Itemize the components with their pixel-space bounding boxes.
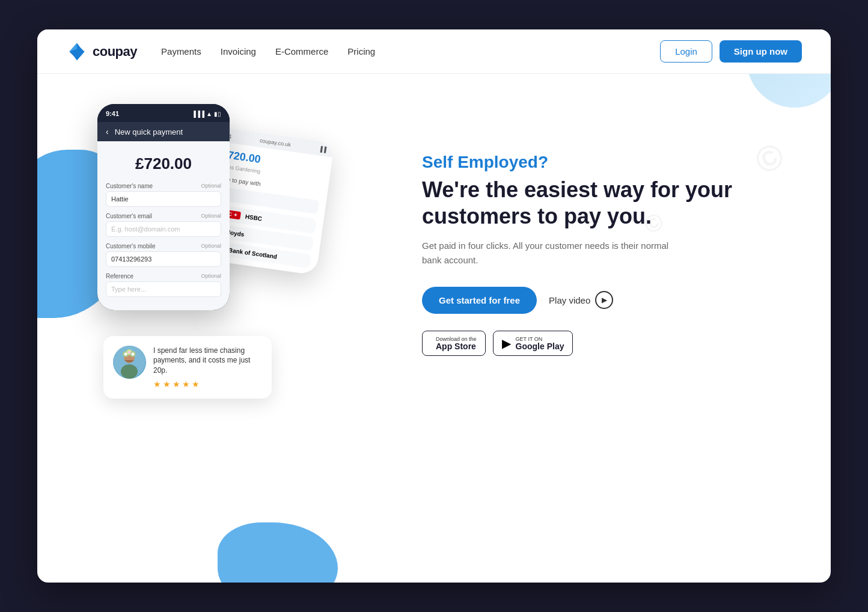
phone-dark-header: 9:41 ▐▐▐ ▲ ▮▯ xyxy=(97,104,230,122)
customer-name-field: Customer's name Optional Hattie xyxy=(106,183,221,207)
phone-url: coupay.co.uk xyxy=(259,138,291,148)
customer-name-input[interactable]: Hattie xyxy=(106,191,221,207)
play-circle-icon: ▶ xyxy=(595,291,613,309)
testimonial-text: I spend far less time chasing payments, … xyxy=(153,346,262,376)
star-2: ★ xyxy=(163,379,171,389)
phone-light-status: ▐▐ xyxy=(318,145,326,153)
right-content: Self Employed? We're the easiest way for… xyxy=(410,153,795,355)
main-nav: Payments Invoicing E-Commerce Pricing xyxy=(161,46,660,57)
svg-point-8 xyxy=(121,364,138,379)
wifi-icon: ▲ xyxy=(206,111,212,117)
reference-label: Reference xyxy=(106,273,133,280)
app-store-text: Download on the App Store xyxy=(436,336,477,350)
header: coupay Payments Invoicing E-Commerce Pri… xyxy=(37,29,831,74)
payment-amount: £720.00 xyxy=(106,148,221,183)
phone-time: 9:41 xyxy=(106,110,119,117)
reference-input[interactable]: Type here... xyxy=(106,281,221,297)
bank-name-hsbc: HSBC xyxy=(245,213,263,222)
customer-name-optional: Optional xyxy=(201,183,221,189)
star-3: ★ xyxy=(173,379,180,389)
blob-bottom xyxy=(218,522,338,583)
avatar-illustration xyxy=(113,346,146,379)
phone-nav-bar: ‹ New quick payment xyxy=(97,122,230,141)
main-content: 9:41 ▐▐▐ ▲ ▮▯ ‹ New quick payment £720.0… xyxy=(37,74,831,447)
star-5: ★ xyxy=(192,379,200,389)
phone-body: £720.00 Customer's name Optional Hattie … xyxy=(97,141,230,310)
customer-email-input[interactable]: E.g. host@domain.com xyxy=(106,221,221,237)
customer-email-optional: Optional xyxy=(201,213,221,219)
play-video-label: Play video xyxy=(549,295,590,305)
nav-payments[interactable]: Payments xyxy=(161,46,201,57)
customer-name-label-row: Customer's name Optional xyxy=(106,183,221,189)
hero-tagline: Self Employed? xyxy=(422,153,795,172)
hero-subtext: Get paid in four clicks. All your custom… xyxy=(422,239,674,268)
reference-field: Reference Optional Type here... xyxy=(106,273,221,297)
google-play-badge[interactable]: ▶ GET IT ON Google Play xyxy=(493,331,573,356)
signal-icon: ▐▐▐ xyxy=(192,111,204,117)
app-store-badge[interactable]: Download on the App Store xyxy=(422,331,486,356)
signup-button[interactable]: Sign up now xyxy=(720,40,802,63)
star-4: ★ xyxy=(182,379,190,389)
reference-label-row: Reference Optional xyxy=(106,273,221,280)
testimonial-card: I spend far less time chasing payments, … xyxy=(103,336,272,399)
customer-mobile-optional: Optional xyxy=(201,243,221,249)
nav-pricing[interactable]: Pricing xyxy=(347,46,375,57)
back-arrow-icon: ‹ xyxy=(106,127,109,136)
testimonial-avatar xyxy=(113,346,146,379)
customer-name-label: Customer's name xyxy=(106,183,153,189)
customer-mobile-label-row: Customer's mobile Optional xyxy=(106,243,221,249)
hero-headline: We're the easiest way for your customers… xyxy=(422,177,795,228)
battery-icon: ▮▯ xyxy=(214,111,221,117)
coupay-logo-icon xyxy=(66,41,88,63)
customer-email-field: Customer's email Optional E.g. host@doma… xyxy=(106,213,221,237)
store-badges: Download on the App Store ▶ GET IT ON Go… xyxy=(422,331,795,356)
browser-window: © © © coupay Payments Invoicing E-Commer… xyxy=(37,29,831,583)
logo-text: coupay xyxy=(93,44,137,60)
play-video-button[interactable]: Play video ▶ xyxy=(549,291,613,309)
google-play-text: GET IT ON Google Play xyxy=(516,336,564,350)
google-play-main-text: Google Play xyxy=(516,342,564,350)
svg-point-5 xyxy=(124,352,127,355)
logo-area[interactable]: coupay xyxy=(66,41,137,63)
customer-email-label-row: Customer's email Optional xyxy=(106,213,221,219)
cta-row: Get started for free Play video ▶ xyxy=(422,287,795,314)
reference-optional: Optional xyxy=(201,273,221,280)
customer-mobile-label: Customer's mobile xyxy=(106,243,156,249)
svg-point-6 xyxy=(128,350,131,353)
phones-section: 9:41 ▐▐▐ ▲ ▮▯ ‹ New quick payment £720.0… xyxy=(85,98,386,411)
login-button[interactable]: Login xyxy=(660,40,712,63)
header-actions: Login Sign up now xyxy=(660,40,802,63)
customer-mobile-input[interactable]: 07413296293 xyxy=(106,251,221,267)
phone-status-icons: ▐▐▐ ▲ ▮▯ xyxy=(192,111,221,117)
bank-name-bos: Bank of Scotland xyxy=(228,246,277,260)
nav-ecommerce[interactable]: E-Commerce xyxy=(275,46,328,57)
svg-point-7 xyxy=(132,352,135,355)
customer-mobile-field: Customer's mobile Optional 07413296293 xyxy=(106,243,221,267)
phone-screen-title: New quick payment xyxy=(115,127,183,136)
star-1: ★ xyxy=(153,379,161,389)
customer-email-label: Customer's email xyxy=(106,213,152,219)
get-started-button[interactable]: Get started for free xyxy=(422,287,537,314)
google-play-icon: ▶ xyxy=(502,336,511,350)
nav-invoicing[interactable]: Invoicing xyxy=(221,46,256,57)
star-rating: ★ ★ ★ ★ ★ xyxy=(153,379,262,389)
testimonial-content: I spend far less time chasing payments, … xyxy=(153,346,262,389)
phone-dark: 9:41 ▐▐▐ ▲ ▮▯ ‹ New quick payment £720.0… xyxy=(97,104,230,310)
app-store-main-text: App Store xyxy=(436,342,477,350)
